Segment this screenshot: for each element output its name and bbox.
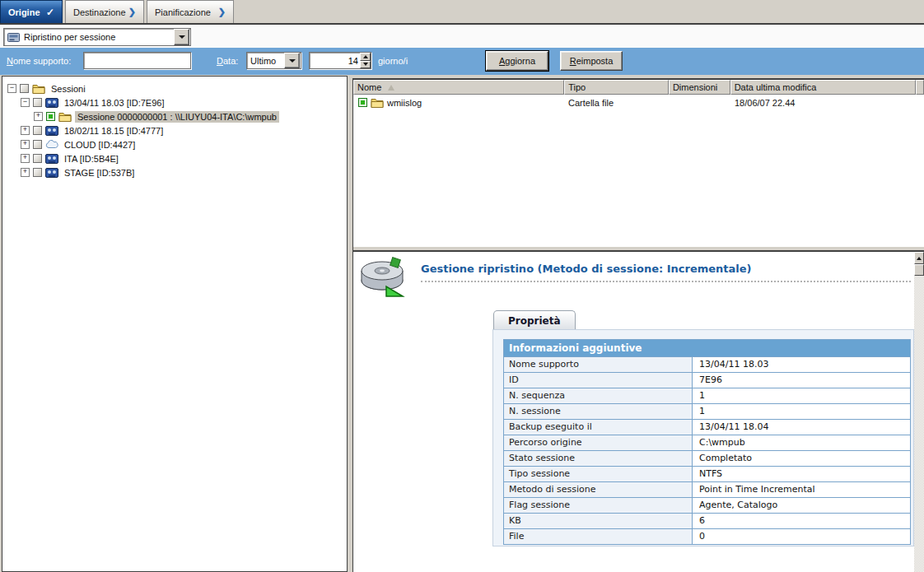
tree-item-label[interactable]: Sessioni <box>49 83 88 95</box>
chevron-down-icon <box>289 59 296 63</box>
property-value: 0 <box>692 529 910 544</box>
property-label: Nome supporto <box>504 357 692 372</box>
column-header-label: Dimensioni <box>673 82 717 92</box>
column-header-label: Tipo <box>568 82 586 92</box>
column-header-dimensioni[interactable]: Dimensioni <box>669 80 730 95</box>
folder-icon <box>32 83 45 94</box>
arrow-right-icon <box>218 7 226 17</box>
property-value: Completato <box>692 451 910 466</box>
property-row: Tipo sessioneNTFS <box>504 466 910 481</box>
expand-icon[interactable]: + <box>21 126 30 135</box>
folder-icon <box>371 97 384 108</box>
scrollbar-thumb[interactable] <box>914 264 924 276</box>
dropdown-button[interactable] <box>174 29 189 45</box>
column-header-nome[interactable]: Nome <box>353 80 564 95</box>
expand-icon[interactable]: + <box>21 154 30 163</box>
file-list: NomeTipoDimensioniData ultima modifica w… <box>352 78 924 247</box>
restore-method-value: Ripristino per sessione <box>24 32 115 42</box>
property-label: File <box>504 529 692 544</box>
date-range-value: Ultimo <box>250 56 276 66</box>
tree-checkbox[interactable] <box>33 154 42 163</box>
tree-item-label[interactable]: Sessione 0000000001 : \\LIUYU04-ITA\C:\w… <box>75 111 279 123</box>
restore-disk-icon <box>360 255 411 298</box>
update-button[interactable]: Aggiorna <box>486 51 548 71</box>
file-list-header: NomeTipoDimensioniData ultima modifica <box>353 80 924 95</box>
property-row: File0 <box>504 528 910 544</box>
collapse-icon[interactable]: − <box>21 98 30 107</box>
property-row: Metodo di sessionePoint in Time Incremen… <box>504 481 910 497</box>
property-label: Percorso origine <box>504 435 692 450</box>
cloud-icon <box>45 140 58 149</box>
media-name-input[interactable] <box>83 52 191 69</box>
tree-item-label[interactable]: 13/04/11 18.03 [ID:7E96] <box>62 97 167 109</box>
tape-icon <box>45 154 58 164</box>
tab-pianificazione[interactable]: Pianificazione <box>147 0 234 23</box>
tree-checkbox[interactable] <box>46 112 55 121</box>
chevron-down-icon <box>363 63 368 66</box>
property-row: KB6 <box>504 513 910 528</box>
sort-ascending-icon <box>388 85 394 91</box>
property-row: Backup eseguito il13/04/11 18.04 <box>504 419 910 435</box>
collapse-icon[interactable]: − <box>7 84 16 93</box>
arrow-right-icon <box>128 7 136 17</box>
filter-bar: Nome supporto: Data: Ultimo giorno/i Agg… <box>0 48 924 75</box>
spinner-up-button[interactable] <box>360 53 371 61</box>
chevron-down-icon <box>179 35 185 39</box>
property-row: Stato sessioneCompletato <box>504 450 910 466</box>
column-header-data-ultima-modifica[interactable]: Data ultima modifica <box>730 80 916 95</box>
tree-item[interactable]: +CLOUD [ID:4427] <box>2 137 347 151</box>
tree-item-label[interactable]: 18/02/11 18.15 [ID:4777] <box>62 125 166 137</box>
tree-item[interactable]: +18/02/11 18.15 [ID:4777] <box>2 123 347 137</box>
date-range-combo[interactable]: Ultimo <box>246 52 301 69</box>
expand-icon[interactable]: + <box>21 168 30 177</box>
tree-checkbox[interactable] <box>33 98 42 107</box>
property-label: Backup eseguito il <box>504 420 692 435</box>
tab-destinazione[interactable]: Destinazione <box>65 0 144 23</box>
tab-label: Origine <box>8 7 40 17</box>
reset-button[interactable]: Reimposta <box>560 51 623 71</box>
property-value: 7E96 <box>692 373 910 388</box>
tree-item[interactable]: −13/04/11 18.03 [ID:7E96] <box>2 95 347 109</box>
scroll-up-button[interactable] <box>914 252 924 264</box>
restore-manager-window: { "tabs": [ {"label": "Origine", "state"… <box>0 0 924 572</box>
folder-icon <box>58 111 72 122</box>
tree-item[interactable]: +STAGE [ID:537B] <box>2 165 347 179</box>
vertical-scrollbar[interactable] <box>914 252 924 572</box>
restore-method-combo[interactable]: Ripristino per sessione <box>3 28 191 46</box>
date-label: Data: <box>217 56 238 66</box>
file-checkbox[interactable] <box>358 98 367 107</box>
dropdown-button[interactable] <box>284 53 300 68</box>
file-row[interactable]: wmiislogCartella file18/06/07 22.44 <box>353 95 924 109</box>
wizard-tab-bar: Origine Destinazione Pianificazione <box>0 0 924 25</box>
property-value: 13/04/11 18.04 <box>692 420 910 435</box>
property-row: Nome supporto13/04/11 18.03 <box>504 356 910 372</box>
tree-item[interactable]: −Sessioni <box>2 81 347 95</box>
expand-icon[interactable]: + <box>34 112 43 121</box>
property-label: Metodo di sessione <box>504 482 692 497</box>
tree-item[interactable]: +ITA [ID:5B4E] <box>2 151 347 165</box>
tab-label: Destinazione <box>73 7 126 17</box>
property-label: N. sequenza <box>504 388 692 403</box>
tab-proprieta[interactable]: Proprietà <box>493 310 576 330</box>
tree-checkbox[interactable] <box>33 140 42 149</box>
column-header-tipo[interactable]: Tipo <box>564 80 669 95</box>
tree-item-label[interactable]: CLOUD [ID:4427] <box>62 139 138 151</box>
tree-checkbox[interactable] <box>33 126 42 135</box>
days-input[interactable] <box>310 53 360 68</box>
tape-icon <box>45 98 58 108</box>
file-name[interactable]: wmiislog <box>387 98 422 108</box>
spinner-down-button[interactable] <box>360 61 371 69</box>
tree-item-label[interactable]: STAGE [ID:537B] <box>62 167 137 179</box>
tab-origine[interactable]: Origine <box>0 0 63 23</box>
tree-checkbox[interactable] <box>33 168 42 177</box>
check-icon <box>46 7 54 18</box>
tree-item[interactable]: +Sessione 0000000001 : \\LIUYU04-ITA\C:\… <box>2 109 347 123</box>
tree-item-label[interactable]: ITA [ID:5B4E] <box>62 153 121 165</box>
file-modified: 18/06/07 22.44 <box>731 98 917 108</box>
property-value: 6 <box>692 514 910 528</box>
tree-checkbox[interactable] <box>20 84 29 93</box>
title-divider <box>421 281 911 282</box>
property-label: Flag sessione <box>504 498 692 513</box>
expand-icon[interactable]: + <box>21 140 30 149</box>
property-value: Point in Time Incremental <box>692 482 910 497</box>
